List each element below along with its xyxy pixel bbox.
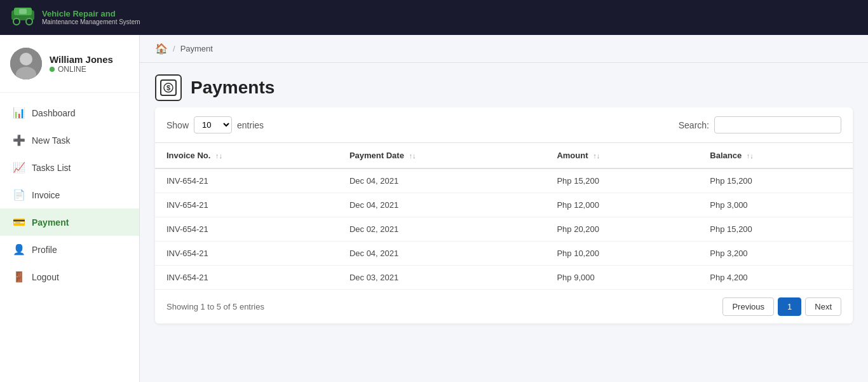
cell-payment-date: Dec 04, 2021 <box>338 193 546 217</box>
sort-icon-invoice: ↑↓ <box>215 152 222 160</box>
user-status-block: ONLINE <box>50 65 113 74</box>
breadcrumb-current: Payment <box>180 44 213 53</box>
sidebar-item-label: Profile <box>32 245 57 255</box>
table-row: INV-654-21 Dec 04, 2021 Php 10,200 Php 3… <box>155 242 853 266</box>
col-amount[interactable]: Amount ↑↓ <box>545 143 698 169</box>
app-logo: Vehicle Repair and Maintenance Managemen… <box>10 4 140 31</box>
tasks-list-icon: 📈 <box>13 161 25 174</box>
svg-text:$: $ <box>166 84 170 92</box>
sidebar-item-dashboard[interactable]: 📊 Dashboard <box>0 99 139 126</box>
sidebar-item-logout[interactable]: 🚪 Logout <box>0 263 139 290</box>
table-row: INV-654-21 Dec 02, 2021 Php 20,200 Php 1… <box>155 217 853 242</box>
sidebar-item-tasks-list[interactable]: 📈 Tasks List <box>0 154 139 181</box>
cell-invoice-no: INV-654-21 <box>155 217 338 242</box>
sidebar-item-label: Tasks List <box>32 163 71 173</box>
user-name: William Jones <box>50 54 113 65</box>
col-payment-date[interactable]: Payment Date ↑↓ <box>338 143 546 169</box>
cell-payment-date: Dec 02, 2021 <box>338 217 546 242</box>
entries-select[interactable]: 10 25 50 100 <box>194 116 232 133</box>
sidebar-item-invoice[interactable]: 📄 Invoice <box>0 181 139 208</box>
previous-button[interactable]: Previous <box>722 297 774 316</box>
profile-icon: 👤 <box>13 243 25 256</box>
table-controls: Show 10 25 50 100 entries Search: <box>155 107 853 142</box>
app-title: Vehicle Repair and <box>42 9 140 19</box>
sidebar-item-label: Payment <box>32 217 69 228</box>
page-title: Payments <box>191 78 275 98</box>
table-card: Show 10 25 50 100 entries Search: <box>155 107 853 324</box>
sidebar-item-label: New Task <box>32 135 70 146</box>
cell-payment-date: Dec 03, 2021 <box>338 266 546 290</box>
pagination-info: Showing 1 to 5 of 5 entries <box>166 302 264 311</box>
user-info: William Jones ONLINE <box>0 35 139 93</box>
sidebar-item-profile[interactable]: 👤 Profile <box>0 236 139 263</box>
sort-icon-date: ↑↓ <box>409 152 416 160</box>
cell-amount: Php 9,000 <box>545 266 698 290</box>
new-task-icon: ➕ <box>13 134 25 146</box>
user-details: William Jones ONLINE <box>50 54 113 74</box>
page-title-section: $ Payments <box>140 63 868 107</box>
pagination-buttons: Previous 1 Next <box>722 297 841 316</box>
cell-invoice-no: INV-654-21 <box>155 168 338 193</box>
cell-invoice-no: INV-654-21 <box>155 193 338 217</box>
cell-amount: Php 10,200 <box>545 242 698 266</box>
svg-point-2 <box>13 18 20 25</box>
sidebar-item-payment[interactable]: 💳 Payment <box>0 208 139 236</box>
table-row: INV-654-21 Dec 04, 2021 Php 12,000 Php 3… <box>155 193 853 217</box>
payments-table: Invoice No. ↑↓ Payment Date ↑↓ Amount ↑↓ <box>155 142 853 289</box>
cell-balance: Php 15,200 <box>698 217 853 242</box>
cell-balance: Php 3,200 <box>698 242 853 266</box>
payment-icon: 💳 <box>13 216 25 228</box>
logo-icon <box>10 4 36 31</box>
breadcrumb-home[interactable]: 🏠 <box>155 43 168 55</box>
table-header-row: Invoice No. ↑↓ Payment Date ↑↓ Amount ↑↓ <box>155 143 853 169</box>
entries-label: entries <box>237 120 264 130</box>
page-1-button[interactable]: 1 <box>778 297 801 316</box>
cell-amount: Php 12,000 <box>545 193 698 217</box>
cell-balance: Php 4,200 <box>698 266 853 290</box>
search-input[interactable] <box>714 116 841 133</box>
avatar <box>10 48 42 79</box>
cell-balance: Php 15,200 <box>698 168 853 193</box>
page-title-icon: $ <box>155 74 182 101</box>
sidebar: William Jones ONLINE 📊 Dashboard ➕ New T… <box>0 35 140 382</box>
table-container: Show 10 25 50 100 entries Search: <box>140 107 868 382</box>
topbar: Vehicle Repair and Maintenance Managemen… <box>0 0 868 35</box>
status-dot <box>50 67 55 72</box>
cell-invoice-no: INV-654-21 <box>155 242 338 266</box>
breadcrumb: 🏠 / Payment <box>140 35 868 63</box>
cell-payment-date: Dec 04, 2021 <box>338 168 546 193</box>
sidebar-item-label: Logout <box>32 272 59 282</box>
show-entries: Show 10 25 50 100 entries <box>166 116 264 133</box>
cell-balance: Php 3,000 <box>698 193 853 217</box>
col-invoice-no[interactable]: Invoice No. ↑↓ <box>155 143 338 169</box>
cell-amount: Php 20,200 <box>545 217 698 242</box>
dashboard-icon: 📊 <box>13 107 25 119</box>
search-label: Search: <box>679 120 709 130</box>
user-status-text: ONLINE <box>58 65 86 74</box>
cell-invoice-no: INV-654-21 <box>155 266 338 290</box>
sort-icon-amount: ↑↓ <box>593 152 600 160</box>
cell-amount: Php 15,200 <box>545 168 698 193</box>
next-button[interactable]: Next <box>805 297 841 316</box>
table-row: INV-654-21 Dec 04, 2021 Php 15,200 Php 1… <box>155 168 853 193</box>
sort-icon-balance: ↑↓ <box>747 152 754 160</box>
svg-point-3 <box>26 18 32 25</box>
breadcrumb-separator: / <box>173 44 175 53</box>
app-subtitle: Maintenance Management System <box>42 18 140 26</box>
main-content: 🏠 / Payment $ Payments Show <box>140 35 868 382</box>
col-balance[interactable]: Balance ↑↓ <box>698 143 853 169</box>
table-row: INV-654-21 Dec 03, 2021 Php 9,000 Php 4,… <box>155 266 853 290</box>
show-label: Show <box>166 120 189 130</box>
search-box: Search: <box>679 116 841 133</box>
pagination-section: Showing 1 to 5 of 5 entries Previous 1 N… <box>155 289 853 324</box>
svg-point-6 <box>20 53 32 65</box>
app-title-block: Vehicle Repair and Maintenance Managemen… <box>42 9 140 27</box>
cell-payment-date: Dec 04, 2021 <box>338 242 546 266</box>
nav-menu: 📊 Dashboard ➕ New Task 📈 Tasks List 📄 In… <box>0 93 139 382</box>
svg-rect-4 <box>19 9 27 14</box>
sidebar-item-label: Dashboard <box>32 108 76 118</box>
sidebar-item-label: Invoice <box>32 190 60 200</box>
invoice-icon: 📄 <box>13 189 25 201</box>
logout-icon: 🚪 <box>13 271 25 283</box>
sidebar-item-new-task[interactable]: ➕ New Task <box>0 126 139 154</box>
